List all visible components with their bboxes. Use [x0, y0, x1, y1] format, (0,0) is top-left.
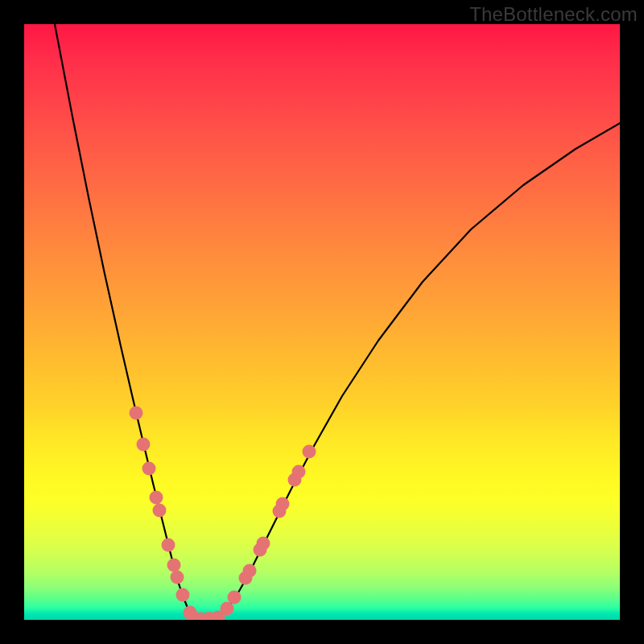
- data-marker: [243, 564, 257, 578]
- data-marker: [257, 537, 270, 551]
- data-marker: [228, 591, 242, 605]
- data-marker: [292, 465, 306, 479]
- data-marker: [171, 571, 184, 584]
- data-marker: [162, 539, 175, 552]
- data-marker: [176, 588, 190, 602]
- chart-svg: [24, 24, 620, 620]
- data-marker: [303, 445, 316, 459]
- data-marker: [167, 559, 181, 572]
- data-marker: [137, 438, 151, 452]
- watermark-text: TheBottleneck.com: [469, 3, 638, 26]
- plot-area: [24, 24, 620, 620]
- data-marker: [221, 602, 234, 616]
- data-marker: [276, 497, 290, 511]
- data-marker: [153, 504, 167, 518]
- data-marker: [150, 491, 163, 505]
- data-marker: [130, 407, 143, 420]
- marker-group: [130, 407, 316, 621]
- chart-container: TheBottleneck.com: [0, 0, 644, 644]
- data-marker: [142, 462, 156, 476]
- curve-line: [55, 24, 620, 619]
